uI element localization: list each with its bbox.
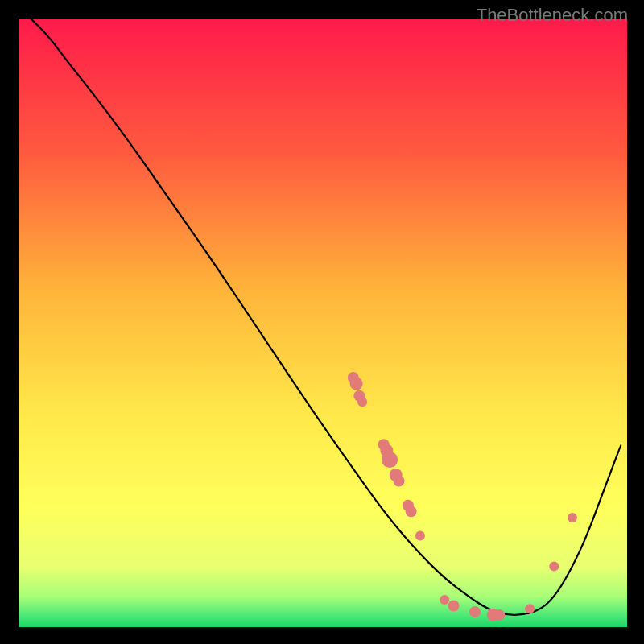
data-point bbox=[469, 606, 481, 617]
data-point bbox=[493, 609, 505, 621]
data-point bbox=[357, 397, 367, 407]
data-point bbox=[382, 452, 398, 468]
data-point bbox=[448, 601, 460, 612]
data-point bbox=[568, 513, 577, 522]
scatter-points bbox=[19, 19, 627, 627]
data-point bbox=[350, 378, 363, 390]
data-point bbox=[525, 604, 535, 613]
watermark-text: TheBottleneck.com bbox=[477, 5, 628, 26]
data-point bbox=[394, 476, 405, 487]
data-point bbox=[415, 531, 425, 541]
data-point bbox=[549, 561, 559, 571]
data-point bbox=[440, 595, 449, 605]
plot-area bbox=[19, 19, 627, 627]
data-point bbox=[406, 506, 417, 517]
